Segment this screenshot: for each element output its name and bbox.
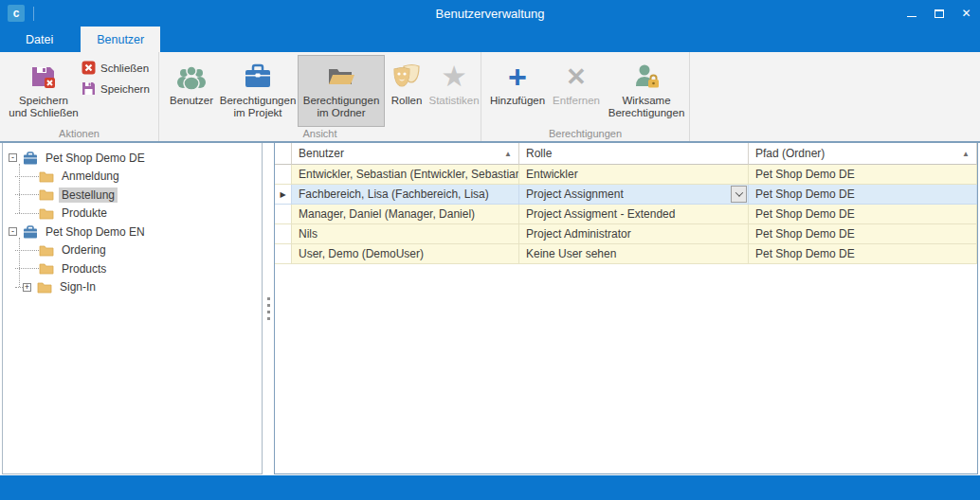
sort-asc-icon: ▲	[504, 150, 512, 158]
dropdown-button[interactable]	[731, 186, 747, 203]
minimize-button[interactable]	[898, 0, 925, 27]
cell-pfad[interactable]: Pet Shop Demo DE	[749, 244, 977, 264]
column-header-label: Rolle	[526, 147, 552, 160]
cell-pfad[interactable]: Pet Shop Demo DE	[749, 165, 977, 185]
close-icon: ✕	[961, 7, 971, 20]
folder-icon	[37, 281, 52, 294]
button-label: Statistiken	[428, 95, 479, 107]
cell-benutzer[interactable]: Nils	[292, 224, 519, 244]
collapse-toggle-icon[interactable]: -	[9, 153, 17, 162]
button-label: Wirksame Berechtigungen	[607, 95, 686, 119]
project-briefcase-icon	[23, 152, 38, 165]
row-indicator	[275, 244, 292, 264]
benutzer-view-button[interactable]: Benutzer	[164, 55, 219, 127]
cell-benutzer[interactable]: Fachbereich, Lisa (Fachbereich, Lisa)	[292, 185, 519, 205]
star-icon: ★	[443, 61, 465, 93]
plus-icon: +	[508, 61, 527, 93]
tree-item-label: Sign-In	[57, 279, 99, 295]
close-red-icon	[82, 61, 96, 75]
panel-splitter[interactable]	[263, 143, 274, 474]
cell-pfad[interactable]: Pet Shop Demo DE	[749, 185, 977, 205]
button-label: Hinzufügen	[490, 95, 545, 107]
collapse-toggle-icon[interactable]: -	[9, 227, 17, 236]
column-header-label: Benutzer	[299, 147, 344, 160]
ribbon-group-aktionen: Speichern und Schließen Schließen	[0, 52, 159, 141]
splitter-grip-dot	[267, 297, 270, 300]
chevron-down-icon	[735, 188, 742, 196]
ribbon-group-ansicht: Benutzer Berechtigungen im Projekt	[159, 52, 481, 141]
tree-item-anmeldung[interactable]: Anmeldung	[3, 168, 262, 187]
app-icon[interactable]: c	[8, 5, 25, 22]
button-label: Benutzer	[170, 95, 213, 107]
tree-item-ordering[interactable]: Ordering	[3, 241, 262, 260]
grid-header-row: Benutzer ▲ Rolle Pfad (Ordner) ▲	[275, 143, 977, 165]
tree-connector	[15, 213, 39, 214]
grid-row-user-demo[interactable]: User, Demo (DemoUser) Keine User sehen P…	[275, 244, 977, 264]
button-label: Berechtigungen im Projekt	[220, 95, 297, 119]
folder-icon	[39, 170, 54, 183]
cell-benutzer[interactable]: User, Demo (DemoUser)	[292, 244, 519, 264]
tree-item-bestellung[interactable]: Bestellung	[3, 186, 262, 205]
tree-item-pet-shop-demo-de[interactable]: - Pet Shop Demo DE	[3, 149, 262, 168]
row-indicator	[275, 205, 292, 224]
tree-connector	[15, 250, 39, 251]
hinzufuegen-button[interactable]: + Hinzufügen	[487, 55, 548, 127]
permissions-grid: Benutzer ▲ Rolle Pfad (Ordner) ▲ Entwick…	[274, 143, 978, 474]
button-label: Speichern und Schließen	[9, 95, 79, 119]
tree-item-label: Ordering	[59, 242, 109, 258]
grid-row-fachbereich-selected[interactable]: ▶ Fachbereich, Lisa (Fachbereich, Lisa) …	[275, 185, 977, 205]
speichern-und-schliessen-button[interactable]: Speichern und Schließen	[8, 55, 80, 127]
column-header-benutzer[interactable]: Benutzer ▲	[292, 143, 519, 165]
row-indicator	[275, 165, 292, 185]
cell-benutzer[interactable]: Manager, Daniel (Manager, Daniel)	[292, 205, 519, 224]
tree-connector	[15, 194, 39, 195]
berechtigungen-im-projekt-button[interactable]: Berechtigungen im Projekt	[219, 55, 297, 127]
cell-rolle-value: Project Assignment	[526, 188, 624, 201]
minimize-icon	[907, 16, 916, 17]
briefcase-icon	[244, 61, 272, 93]
cell-rolle[interactable]: Entwickler	[519, 165, 749, 185]
entfernen-button: ✕ Entfernen	[549, 55, 604, 127]
masks-icon	[392, 61, 421, 93]
title-bar: c Benutzerverwaltung ✕	[0, 0, 980, 27]
cell-rolle[interactable]: Project Administrator	[519, 224, 749, 244]
cell-rolle[interactable]: Project Assigment - Extended	[519, 205, 749, 224]
schliessen-button[interactable]: Schließen	[82, 61, 150, 75]
tree-connector	[15, 268, 39, 269]
cell-benutzer[interactable]: Entwickler, Sebastian (Entwickler, Sebas…	[292, 165, 519, 185]
window-title: Benutzerverwaltung	[0, 7, 980, 21]
grid-row-manager[interactable]: Manager, Daniel (Manager, Daniel) Projec…	[275, 205, 977, 224]
cell-rolle[interactable]: Keine User sehen	[519, 244, 749, 264]
wirksame-berechtigungen-button[interactable]: Wirksame Berechtigungen	[606, 55, 687, 127]
splitter-grip-dot	[267, 317, 270, 320]
expand-toggle-icon[interactable]: +	[23, 283, 31, 292]
grid-row-entwickler[interactable]: Entwickler, Sebastian (Entwickler, Sebas…	[275, 165, 977, 185]
cell-rolle-editor[interactable]: Project Assignment	[519, 185, 749, 205]
rollen-button[interactable]: Rollen	[386, 55, 427, 127]
ribbon: Speichern und Schließen Schließen	[0, 52, 980, 141]
tree-item-sign-in[interactable]: + Sign-In	[3, 278, 262, 297]
grid-row-nils[interactable]: Nils Project Administrator Pet Shop Demo…	[275, 224, 977, 244]
column-header-pfad[interactable]: Pfad (Ordner) ▲	[749, 143, 977, 165]
button-label: Berechtigungen im Ordner	[299, 95, 384, 119]
tree-item-products[interactable]: Products	[3, 259, 262, 278]
project-briefcase-icon	[23, 225, 38, 239]
tree-item-pet-shop-demo-en[interactable]: - Pet Shop Demo EN	[3, 223, 262, 241]
users-icon	[175, 61, 208, 93]
speichern-button[interactable]: Speichern	[82, 81, 150, 96]
button-label: Speichern	[100, 83, 150, 95]
maximize-button[interactable]	[925, 0, 953, 27]
status-bar	[0, 475, 980, 500]
tree-connector	[15, 176, 39, 177]
tree-item-produkte[interactable]: Produkte	[3, 205, 262, 223]
cell-pfad[interactable]: Pet Shop Demo DE	[749, 224, 977, 244]
tab-benutzer[interactable]: Benutzer	[81, 27, 160, 52]
tree-connector	[15, 287, 23, 288]
save-icon	[82, 81, 96, 96]
tab-datei[interactable]: Datei	[9, 27, 69, 52]
tree-item-label: Products	[59, 261, 109, 277]
close-button[interactable]: ✕	[953, 0, 980, 27]
column-header-rolle[interactable]: Rolle	[519, 143, 749, 165]
cell-pfad[interactable]: Pet Shop Demo DE	[749, 205, 977, 224]
berechtigungen-im-ordner-button[interactable]: Berechtigungen im Ordner	[298, 55, 385, 127]
